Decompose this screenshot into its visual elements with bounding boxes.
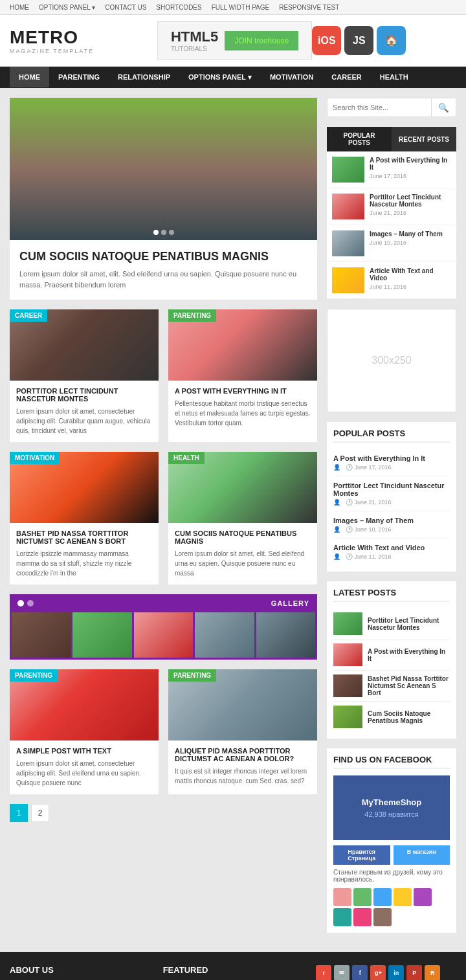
post-title: Images – Many of Them	[370, 230, 443, 238]
latest-post-title: A Post with Everything In It	[368, 648, 450, 662]
card-title: PORTTITOR LECT TINCIDUNT NASCETUR MONTES	[16, 387, 152, 403]
pagination-button[interactable]: 2	[31, 804, 49, 822]
site-footer: ABOUT US Lorem ipsum dolor sit amet, con…	[0, 952, 466, 980]
latest-post-item: A Post with Everything In It	[333, 640, 450, 671]
card-image: MOTIVATION	[10, 452, 159, 523]
card-text: Lorem ipsum dolor sit amet, consectetuer…	[16, 759, 152, 788]
top-navigation: HOMEOPTIONS PANEL ▾CONTACT USSHORTCODESF…	[0, 0, 466, 15]
hero-dot-3[interactable]	[169, 230, 174, 235]
latest-posts-title: LATEST POSTS	[333, 588, 450, 602]
join-label: JOIN treehouse	[234, 36, 289, 45]
gallery-dot-1[interactable]	[17, 600, 24, 607]
js-icon: JS	[344, 26, 373, 55]
sidebar-post-item: Porttitor Lect Tincidunt Nascetur Montes…	[327, 188, 456, 225]
card-image: HEALTH	[168, 452, 317, 523]
top-nav-item[interactable]: HOME	[10, 4, 29, 11]
hero-dot-1[interactable]	[153, 230, 159, 235]
content-card: PARENTING A POST WITH EVERYTHING IN IT P…	[168, 309, 317, 442]
main-nav-item[interactable]: MOTIVATION	[261, 67, 322, 87]
main-nav-item[interactable]: HEALTH	[371, 67, 417, 87]
social-icon[interactable]: R	[425, 965, 440, 980]
gallery-grid	[10, 612, 317, 660]
social-icons: r✉fg+inPRSt▶F⊕TV	[316, 965, 456, 980]
social-icon[interactable]: g+	[370, 965, 386, 980]
house-icon: 🏠	[377, 26, 406, 55]
date-label: 🕐 June 10, 2016	[346, 526, 392, 533]
gallery-thumbnail[interactable]	[256, 612, 315, 658]
card-text: Lorizzle ipsizzle mammasay mammasa mamma…	[16, 549, 152, 578]
footer-featured-title: FEATURED	[163, 965, 304, 975]
main-nav-item[interactable]: HOME	[10, 67, 49, 87]
join-button[interactable]: JOIN treehouse	[225, 31, 298, 50]
social-icon[interactable]: in	[388, 965, 404, 980]
fb-avatar-1	[333, 888, 351, 906]
tab-popular-posts[interactable]: POPULAR POSTS	[327, 127, 392, 151]
latest-post-thumbnail	[333, 612, 362, 635]
gallery-thumbnail[interactable]	[72, 612, 131, 658]
logo-subtitle: MAGAZINE TEMPLATE	[10, 48, 94, 54]
user-icon: 👤	[333, 526, 340, 533]
top-nav-item[interactable]: FULL WIDTH PAGE	[212, 4, 269, 11]
html5-text: HTML5	[171, 28, 218, 45]
card-tag: PARENTING	[168, 669, 216, 682]
user-icon: 👤	[333, 553, 340, 560]
gallery-thumbnail[interactable]	[12, 612, 71, 658]
lower-content-card: PARENTING ALIQUET PID MASSA PORTTITOR DI…	[168, 669, 317, 794]
content-card: MOTIVATION BASHET PID NASSA TORTTITOR NI…	[10, 452, 159, 585]
popular-post-item: Images – Many of Them 👤 🕐 June 10, 2016	[333, 511, 450, 539]
main-nav-item[interactable]: CAREER	[322, 67, 370, 87]
banner-icons: iOS JS 🏠	[312, 26, 406, 55]
latest-post-item: Bashet Pid Nassa Torttitor Nictumst Sc A…	[333, 671, 450, 702]
tabs-header: POPULAR POSTS RECENT POSTS	[327, 127, 456, 151]
card-content: A POST WITH EVERYTHING IN IT Pellentesqu…	[168, 381, 317, 434]
popular-post-meta: 👤 🕐 June 11, 2016	[333, 553, 450, 560]
facebook-sub-text: Станьте первым из друзей, кому это понра…	[333, 869, 450, 883]
main-nav-item[interactable]: RELATIONSHIP	[109, 67, 179, 87]
main-nav-item[interactable]: OPTIONS PANEL ▾	[179, 67, 261, 88]
social-icon[interactable]: P	[406, 965, 422, 980]
card-image: CAREER	[10, 309, 159, 381]
post-title: A Post with Everything In It	[370, 157, 451, 171]
facebook-shop-button[interactable]: В магазин	[394, 845, 450, 865]
social-icon[interactable]: f	[352, 965, 368, 980]
gallery-thumbnail[interactable]	[195, 612, 254, 658]
popular-posts-widget: POPULAR POSTS A Post with Everything In …	[327, 422, 456, 572]
search-button[interactable]: 🔍	[432, 98, 456, 117]
gallery-label: GALLERY	[271, 599, 309, 607]
gallery-dot-2[interactable]	[27, 600, 34, 607]
latest-post-title: Cum Sociis Natoque Penatibus Magnis	[368, 710, 450, 724]
latest-post-item: Porttitor Lect Tincidunt Nascetur Montes	[333, 608, 450, 640]
popular-post-title: Article With Text and Video	[333, 544, 450, 551]
popular-post-meta: 👤 🕐 June 17, 2016	[333, 464, 450, 471]
top-nav-item[interactable]: RESPONSIVE TEST	[279, 4, 339, 11]
sidebar: 🔍 POPULAR POSTS RECENT POSTS A Post with…	[327, 98, 456, 942]
top-nav-item[interactable]: OPTIONS PANEL ▾	[39, 4, 95, 11]
footer-about: ABOUT US Lorem ipsum dolor sit amet, con…	[10, 965, 150, 980]
main-nav-item[interactable]: PARENTING	[49, 67, 109, 87]
pagination-button[interactable]: 1	[10, 804, 28, 822]
sidebar-post-item: A Post with Everything In It June 17, 20…	[327, 151, 456, 188]
tab-recent-posts[interactable]: RECENT POSTS	[392, 127, 456, 151]
content-card: HEALTH CUM SOCIIS NATOQUE PENATIBUS MAGN…	[168, 452, 317, 585]
card-title: CUM SOCIIS NATOQUE PENATIBUS MAGNIS	[175, 529, 311, 545]
top-nav-item[interactable]: SHORTCODES	[156, 4, 201, 11]
social-icon[interactable]: ✉	[334, 965, 350, 980]
card-title: A SIMPLE POST WITH TEXT	[16, 747, 152, 755]
card-tag: MOTIVATION	[10, 452, 60, 464]
search-input[interactable]	[327, 98, 432, 117]
hero-dot-2[interactable]	[161, 230, 166, 235]
facebook-box: MyThemeShop 42,938 нравится	[333, 775, 450, 840]
footer-featured: FEATURED A Post with Everything In It Al…	[163, 965, 304, 980]
post-info: Porttitor Lect Tincidunt Nascetur Montes…	[370, 194, 451, 216]
social-icon[interactable]: r	[316, 965, 331, 980]
popular-post-meta: 👤 🕐 June 10, 2016	[333, 526, 450, 533]
post-date: June 21, 2016	[370, 210, 451, 216]
popular-post-item: Article With Text and Video 👤 🕐 June 11,…	[333, 539, 450, 565]
gallery-thumbnail[interactable]	[134, 612, 193, 658]
fb-avatar-3	[373, 888, 392, 906]
hero-title: CUM SOCIIS NATOQUE PENATIBUS MAGNIS	[19, 250, 307, 263]
card-title: BASHET PID NASSA TORTTITOR NICTUMST SC A…	[16, 529, 152, 545]
top-nav-item[interactable]: CONTACT US	[105, 4, 146, 11]
facebook-like-button[interactable]: Нравится Страница	[333, 845, 390, 865]
lower-card-grid: PARENTING A SIMPLE POST WITH TEXT Lorem …	[10, 669, 317, 794]
